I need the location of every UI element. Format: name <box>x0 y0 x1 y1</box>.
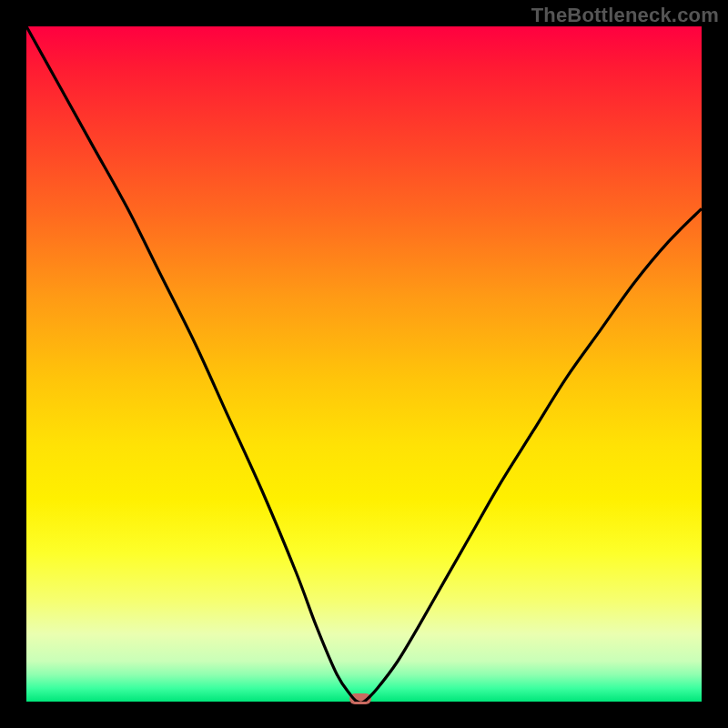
watermark-text: TheBottleneck.com <box>531 4 719 27</box>
bottleneck-curve <box>26 26 702 702</box>
plot-area <box>26 26 702 702</box>
curve-path <box>26 26 702 702</box>
chart-frame: TheBottleneck.com <box>0 0 728 728</box>
